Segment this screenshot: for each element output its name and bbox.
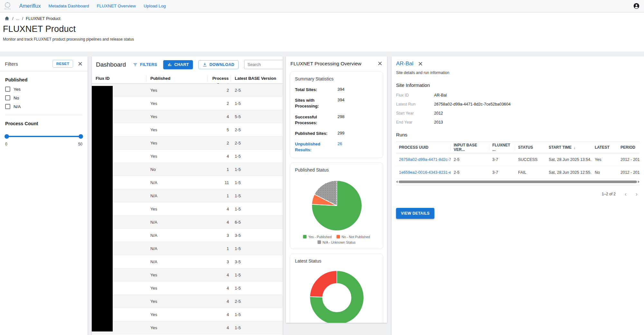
- table-row[interactable]: N/A46-5: [92, 216, 283, 229]
- close-site-panel-icon[interactable]: ✕: [418, 61, 423, 67]
- table-row[interactable]: N/A111-5: [92, 176, 283, 189]
- column-header-3[interactable]: Latest BASE Version: [231, 75, 283, 82]
- table-row[interactable]: Yes41-5: [92, 308, 283, 321]
- home-icon[interactable]: [4, 16, 10, 21]
- table-row[interactable]: Yes22-5: [92, 84, 283, 97]
- cell-process-count: 4: [208, 154, 231, 159]
- table-row[interactable]: Yes41-5: [92, 150, 283, 163]
- search-input[interactable]: [244, 60, 283, 69]
- table-row[interactable]: Yes41-5: [92, 202, 283, 216]
- scroll-right-icon[interactable]: [638, 181, 639, 183]
- run-latest: Yes: [592, 157, 618, 162]
- runs-table-row[interactable]: 1e659ea2-0016-4343-8231-e...2-53-7FAILSa…: [396, 166, 639, 179]
- previous-page-icon[interactable]: ‹: [625, 191, 627, 197]
- checkbox-icon[interactable]: [5, 95, 10, 100]
- download-button[interactable]: DOWNLOAD: [198, 60, 238, 69]
- process-count-filter-label: Process Count: [5, 121, 82, 126]
- process-count-slider[interactable]: [5, 134, 82, 139]
- table-row[interactable]: No11-5: [92, 163, 283, 176]
- sort-descending-icon[interactable]: ↓: [573, 145, 576, 150]
- table-row[interactable]: Yes52-5: [92, 123, 283, 136]
- pie-slice-fail[interactable]: [310, 271, 337, 297]
- checkbox-icon[interactable]: [5, 104, 10, 109]
- column-header-1[interactable]: Published: [147, 75, 208, 82]
- table-row[interactable]: Yes21-5: [92, 97, 283, 110]
- scroll-left-icon[interactable]: [396, 181, 398, 183]
- top-navbar: AmeriFlux Ameriflux Metadata DashboardFL…: [0, 0, 644, 12]
- published-option-na[interactable]: N/A: [5, 104, 82, 109]
- runs-table-header: PROCESS UUIDINPUT BASE VER...FLUXNET ...…: [396, 142, 639, 153]
- cell-process-count: 4: [208, 207, 231, 211]
- slider-min-handle[interactable]: [5, 134, 9, 139]
- table-row[interactable]: Yes45-5: [92, 110, 283, 123]
- run-input-base-version: 2-5: [451, 157, 489, 162]
- table-row[interactable]: Yes41-5: [92, 321, 283, 334]
- runs-horizontal-scrollbar[interactable]: [396, 180, 639, 184]
- view-details-button[interactable]: VIEW DETAILS: [396, 208, 434, 219]
- cell-latest-base-version: 1-5: [231, 325, 283, 330]
- cell-published: Yes: [147, 114, 208, 119]
- close-filters-icon[interactable]: ✕: [78, 61, 83, 67]
- dashboard-toolbar: Dashboard FILTERS CHART DOWNLOAD: [92, 56, 283, 69]
- cell-process-count: 11: [208, 180, 231, 185]
- column-header-2[interactable]: Process Count: [208, 75, 231, 82]
- table-row[interactable]: N/A11-5: [92, 242, 283, 255]
- runs-column-header-0[interactable]: PROCESS UUID: [396, 144, 451, 150]
- breadcrumb-ellipsis[interactable]: ...: [16, 16, 20, 21]
- table-row[interactable]: N/A11-5: [92, 189, 283, 202]
- nav-link-0[interactable]: Metadata Dashboard: [49, 4, 89, 8]
- runs-column-label: STATUS: [518, 145, 533, 150]
- table-row[interactable]: Yes41-5: [92, 268, 283, 282]
- published-option-no[interactable]: No: [5, 95, 82, 100]
- runs-column-header-6[interactable]: PERIOD: [618, 145, 639, 150]
- brand-name[interactable]: Ameriflux: [19, 3, 41, 9]
- stat-label-4[interactable]: Unpublished Results:: [295, 141, 337, 153]
- checkbox-icon[interactable]: [5, 87, 10, 92]
- runs-column-header-1[interactable]: INPUT BASE VER...: [451, 144, 489, 150]
- published-status-pie-chart[interactable]: [295, 178, 379, 233]
- runs-column-header-2[interactable]: FLUXNET ...: [489, 144, 515, 150]
- page-subtitle: Monitor and track FLUXNET product proces…: [0, 34, 644, 42]
- account-icon[interactable]: [633, 3, 639, 9]
- next-page-icon[interactable]: ›: [636, 191, 638, 197]
- runs-table: PROCESS UUIDINPUT BASE VER...FLUXNET ...…: [396, 142, 639, 185]
- nav-link-1[interactable]: FLUXNET Overview: [97, 4, 136, 8]
- published-option-yes[interactable]: Yes: [5, 87, 82, 92]
- table-row[interactable]: Yes41-5: [92, 282, 283, 295]
- chart-button[interactable]: CHART: [163, 60, 193, 69]
- runs-column-header-5[interactable]: LATEST: [592, 145, 618, 150]
- published-status-card: Published Status Yes - PublishedNo - Not…: [290, 163, 383, 249]
- run-uuid-link[interactable]: 1e659ea2-0016-4343-8231-e...: [396, 170, 451, 175]
- filters-panel-header: Filters RESET ✕: [0, 56, 88, 71]
- stat-value-3: 299: [337, 131, 378, 136]
- cell-process-count: 4: [208, 312, 231, 317]
- column-header-0[interactable]: Flux ID: [92, 75, 147, 82]
- runs-column-label: PROCESS UUID: [399, 145, 428, 150]
- cell-published: Yes: [147, 154, 208, 159]
- cell-process-count: 5: [208, 127, 231, 132]
- filters-button[interactable]: FILTERS: [132, 60, 158, 69]
- cell-process-count: 2: [208, 88, 231, 93]
- slider-labels: 0 50: [5, 142, 82, 146]
- slider-max-handle[interactable]: [79, 134, 83, 139]
- runs-column-header-3[interactable]: STATUS: [515, 145, 546, 150]
- runs-table-row[interactable]: 26758a02-d99a-4471-8d2c-7...2-53-7SUCCES…: [396, 153, 639, 166]
- site-info-value-1: 26758a02-d99a-4471-8d2c-7ce52ba03604: [434, 102, 639, 107]
- table-row[interactable]: N/A33-5: [92, 229, 283, 242]
- latest-status-donut-chart[interactable]: [295, 269, 379, 323]
- table-row[interactable]: Yes22-5: [92, 136, 283, 150]
- scrollbar-thumb[interactable]: [399, 181, 637, 183]
- close-overview-icon[interactable]: ✕: [377, 60, 383, 67]
- site-info-value-0: AR-Bal: [434, 93, 639, 98]
- runs-column-header-4[interactable]: START TIME↓: [546, 145, 592, 150]
- filters-button-label: FILTERS: [140, 62, 157, 67]
- cell-latest-base-version: 3-5: [231, 259, 283, 264]
- stat-value-4[interactable]: 26: [337, 141, 378, 153]
- table-row[interactable]: Yes42-5: [92, 295, 283, 308]
- reset-filters-button[interactable]: RESET: [52, 60, 73, 68]
- nav-link-2[interactable]: Upload Log: [144, 4, 166, 8]
- run-uuid-link[interactable]: 26758a02-d99a-4471-8d2c-7...: [396, 157, 451, 162]
- summary-statistics-grid: Total Sites:394Sites with Processing:394…: [295, 87, 378, 153]
- table-row[interactable]: N/A33-5: [92, 255, 283, 268]
- cell-published: Yes: [147, 325, 208, 330]
